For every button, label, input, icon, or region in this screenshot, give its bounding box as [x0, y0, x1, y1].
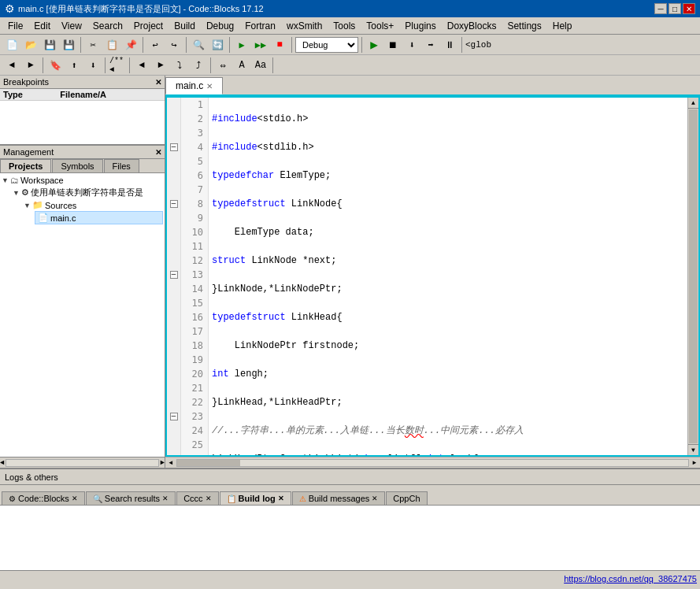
log-tab-buildmessages[interactable]: ⚠ Build messages ✕: [292, 491, 386, 505]
menu-tools[interactable]: Tools: [328, 19, 360, 33]
menu-file[interactable]: File: [3, 19, 28, 33]
maximize-button[interactable]: □: [669, 3, 681, 14]
back-button[interactable]: ◄: [3, 57, 20, 74]
jump-back-button[interactable]: ⤴: [190, 57, 207, 74]
code-area[interactable]: #include<stdio.h> #include<stdlib.h> typ…: [209, 98, 687, 455]
log-tab-searchresults[interactable]: 🔍 Search results ✕: [86, 491, 176, 505]
gutter-line-1: [167, 98, 180, 112]
breakpoints-close-button[interactable]: ✕: [155, 78, 161, 87]
log-tab-buildlog[interactable]: 📋 Build log ✕: [220, 491, 291, 505]
close-button[interactable]: ✕: [683, 3, 695, 14]
copy-button[interactable]: 📋: [103, 36, 120, 54]
jump-button[interactable]: ⤵: [171, 57, 188, 74]
tab-projects[interactable]: Projects: [0, 159, 51, 172]
hscroll-right-arrow[interactable]: ►: [689, 457, 700, 469]
searchresults-tab-close[interactable]: ✕: [162, 495, 169, 502]
editor-content[interactable]: ─ ─ ─ ─: [165, 96, 700, 457]
management-close-button[interactable]: ✕: [155, 148, 161, 157]
sources-item[interactable]: ▼ 📁 Sources: [24, 199, 163, 211]
editor-vscrollbar[interactable]: ▲ ▼: [687, 98, 698, 455]
debug-next-button[interactable]: ➡: [422, 36, 439, 54]
nav-forward-button[interactable]: ►: [152, 57, 169, 74]
log-tab-codeblocks[interactable]: ⚙ Code::Blocks ✕: [2, 491, 85, 505]
save-all-button[interactable]: 💾: [60, 36, 77, 54]
redo-button[interactable]: ↪: [165, 36, 183, 54]
comment-button[interactable]: /** ◄: [109, 57, 126, 74]
uppercase-button[interactable]: Aa: [252, 57, 269, 74]
cccc-tab-close[interactable]: ✕: [206, 495, 212, 502]
debug-pause-button[interactable]: ⏸: [441, 36, 458, 54]
gutter-fold-13[interactable]: ─: [167, 268, 180, 282]
scroll-right-arrow[interactable]: ►: [161, 459, 165, 467]
bookmark-button[interactable]: 🔖: [46, 57, 64, 74]
forward-button[interactable]: ►: [22, 57, 39, 74]
menu-tools-plus[interactable]: Tools+: [361, 19, 398, 33]
code-line-6: struct LinkNode *next;: [212, 254, 684, 268]
menu-help[interactable]: Help: [548, 19, 577, 33]
replace-button[interactable]: 🔄: [209, 36, 226, 54]
hscroll-thumb[interactable]: [177, 460, 240, 466]
vscroll-up-arrow[interactable]: ▲: [688, 98, 698, 109]
menu-doxyblocks[interactable]: DoxyBlocks: [443, 19, 502, 33]
buildmessages-tab-close[interactable]: ✕: [372, 495, 378, 502]
menu-edit[interactable]: Edit: [29, 19, 55, 33]
menu-project[interactable]: Project: [129, 19, 168, 33]
build-button[interactable]: ▶: [233, 36, 250, 54]
breakpoints-content: [0, 101, 165, 144]
workspace-item[interactable]: ▼ 🗂 Workspace: [2, 175, 163, 186]
linenum-17: 17: [181, 324, 208, 339]
select-block-button[interactable]: A: [233, 57, 250, 74]
tab-mainc[interactable]: main.c ✕: [165, 77, 223, 94]
mainc-file-item[interactable]: 📄 main.c: [35, 211, 163, 224]
scroll-left-arrow[interactable]: ◄: [0, 459, 4, 467]
menu-plugins[interactable]: Plugins: [400, 19, 440, 33]
hscroll-left-arrow[interactable]: ◄: [165, 457, 176, 469]
vscroll-down-arrow[interactable]: ▼: [688, 444, 698, 455]
paste-button[interactable]: 📌: [122, 36, 139, 54]
linenum-3: 3: [181, 126, 208, 140]
match-brace-button[interactable]: ⇔: [214, 57, 231, 74]
menu-search[interactable]: Search: [88, 19, 128, 33]
editor-hscrollbar[interactable]: ◄ ►: [165, 457, 700, 468]
workspace-icon: 🗂: [10, 176, 19, 185]
gutter-fold-8[interactable]: ─: [167, 197, 180, 211]
menu-debug[interactable]: Debug: [202, 19, 239, 33]
menu-view[interactable]: View: [57, 19, 87, 33]
open-button[interactable]: 📂: [22, 36, 39, 54]
hscroll-track[interactable]: [176, 459, 689, 467]
undo-button[interactable]: ↩: [146, 36, 164, 54]
buildlog-tab-label: Build log: [239, 494, 276, 503]
stop-button[interactable]: ■: [271, 36, 288, 54]
prev-bookmark-button[interactable]: ⬆: [65, 57, 83, 74]
gutter-fold-23[interactable]: ─: [167, 409, 180, 424]
project-item[interactable]: ▼ ⚙ 使用单链表判断字符串是否是: [13, 186, 163, 199]
find-button[interactable]: 🔍: [190, 36, 207, 54]
cccc-tab-label: Cccc: [183, 494, 202, 503]
log-tab-cppch[interactable]: CppCh: [386, 491, 427, 505]
debug-dropdown[interactable]: Debug Release: [295, 37, 358, 53]
tab-mainc-close[interactable]: ✕: [206, 82, 213, 91]
menu-settings[interactable]: Settings: [502, 19, 546, 33]
log-tab-cccc[interactable]: Cccc ✕: [176, 491, 218, 505]
menu-wxsmith[interactable]: wxSmith: [282, 19, 327, 33]
buildlog-tab-close[interactable]: ✕: [278, 495, 284, 502]
save-button[interactable]: 💾: [41, 36, 58, 54]
left-h-scrollbar[interactable]: [6, 459, 158, 467]
linenum-14: 14: [181, 282, 208, 296]
next-bookmark-button[interactable]: ⬇: [84, 57, 102, 74]
nav-back-button[interactable]: ◄: [133, 57, 150, 74]
cut-button[interactable]: ✂: [84, 36, 102, 54]
run-button[interactable]: ▶▶: [252, 36, 269, 54]
tab-files[interactable]: Files: [104, 159, 139, 172]
vscroll-thumb[interactable]: [689, 109, 698, 443]
new-file-button[interactable]: 📄: [3, 36, 20, 54]
debug-stop-button[interactable]: ⏹: [384, 36, 402, 54]
tab-symbols[interactable]: Symbols: [52, 159, 102, 172]
gutter-fold-4[interactable]: ─: [167, 140, 180, 154]
debug-start-button[interactable]: ▶: [365, 36, 383, 54]
menu-build[interactable]: Build: [169, 19, 200, 33]
codeblocks-tab-close[interactable]: ✕: [72, 495, 78, 502]
debug-step-button[interactable]: ⬇: [403, 36, 420, 54]
menu-fortran[interactable]: Fortran: [240, 19, 280, 33]
minimize-button[interactable]: ─: [654, 3, 667, 14]
